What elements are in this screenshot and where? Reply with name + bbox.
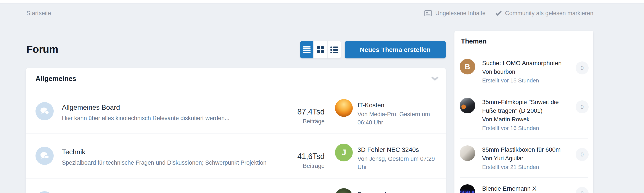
topic-info: Suche: LOMO Anamorphoten Von bourbon Ers… <box>482 59 573 85</box>
last-post-meta: Von Media-Pro, Gestern um 06:40 Uhr <box>358 110 438 126</box>
view-toggle-group <box>300 41 341 58</box>
avatar-letter: B <box>465 62 470 71</box>
reply-count-badge: 0 <box>576 187 588 193</box>
chat-bubbles-icon <box>40 152 50 160</box>
topic-author: Von bourbon <box>482 68 573 76</box>
forum-description: Hier kann über alles kinotechnisch Relev… <box>62 115 281 122</box>
reply-count-badge: 0 <box>576 100 588 114</box>
topic-author: Von Martin Rowek <box>482 115 573 124</box>
breadcrumb[interactable]: Startseite <box>26 10 51 17</box>
forum-info: Allgemeines Board Hier kann über alles k… <box>62 99 281 134</box>
topics-widget: Themen B Suche: LOMO Anamorphoten Von bo… <box>454 31 593 193</box>
new-topic-button[interactable]: Neues Thema erstellen <box>345 41 446 58</box>
topic-avatar[interactable]: B <box>460 59 475 74</box>
topic-created: Erstellt vor 15 Stunden <box>482 76 573 85</box>
topic-title-link[interactable]: Suche: LOMO Anamorphoten <box>482 59 570 68</box>
avatar-text: SCALA <box>460 190 475 193</box>
last-post-avatar[interactable]: J <box>335 144 353 162</box>
chat-bubbles-icon <box>40 107 50 116</box>
view-grid-button[interactable] <box>313 41 327 58</box>
avatar-letter: J <box>342 148 346 157</box>
forum-info <box>62 188 281 193</box>
post-count-label: Beiträge <box>281 118 324 125</box>
last-post-info: 3D Fehler NEC 3240s Von Jensg, Gestern u… <box>358 144 438 178</box>
topic-title-link[interactable]: 35mm-Filmkopie "Soweit die Füße tragen" … <box>482 98 570 115</box>
view-rows-button[interactable] <box>300 41 313 58</box>
forum-row-allgemeines-board[interactable]: Allgemeines Board Hier kann über alles k… <box>26 89 446 134</box>
topic-item[interactable]: 35mm Plastikboxen für 600m Von Yuri Agui… <box>454 139 593 178</box>
topic-item[interactable]: B Suche: LOMO Anamorphoten Von bourbon E… <box>454 52 593 91</box>
forum-description: Spezialboard für technische Fragen und D… <box>62 160 281 166</box>
newspaper-icon <box>424 10 432 16</box>
category-header: Allgemeines <box>26 68 446 89</box>
forum-card: Allgemeines Allgemeines Board Hier kann … <box>26 68 446 193</box>
forum-type-icon-circle <box>36 191 54 193</box>
post-count: 87,4Tsd <box>281 107 324 116</box>
last-post-meta: Von Jensg, Gestern um 07:29 Uhr <box>358 155 438 171</box>
forum-stats <box>281 188 324 193</box>
list-view-icon <box>330 46 338 53</box>
topbar-links: Ungelesene Inhalte Community als gelesen… <box>424 10 593 17</box>
forum-type-icon-circle <box>36 102 54 120</box>
topic-author: Von Yuri Aguilar <box>482 154 573 163</box>
topic-title-link[interactable]: 35mm Plastikboxen für 600m <box>482 146 570 154</box>
post-count: 41,6Tsd <box>281 152 324 161</box>
reply-count-badge: 0 <box>576 148 588 161</box>
topic-info: 35mm-Filmkopie "Soweit die Füße tragen" … <box>482 98 573 132</box>
forum-type-icon-circle <box>36 147 54 165</box>
unread-content-label: Ungelesene Inhalte <box>435 10 486 17</box>
last-post-title-link[interactable]: Essigsyndrom <box>358 191 438 193</box>
collapse-category-button[interactable] <box>432 76 438 81</box>
topic-item[interactable]: 35mm-Filmkopie "Soweit die Füße tragen" … <box>454 91 593 138</box>
topic-created: Erstellt vor 21 Stunden <box>482 163 573 171</box>
rows-view-icon <box>303 46 310 53</box>
last-post-info: Essigsyndrom <box>358 188 438 193</box>
forum-info: Technik Spezialboard für technische Frag… <box>62 144 281 178</box>
forum-stats: 41,6Tsd Beiträge <box>281 144 324 178</box>
forum-title-link[interactable]: Technik <box>62 148 281 156</box>
chevron-down-icon <box>432 76 438 81</box>
last-post-title-link[interactable]: IT-Kosten <box>358 102 438 109</box>
site-header-strip <box>0 0 644 4</box>
topics-widget-title: Themen <box>461 38 487 45</box>
check-icon <box>496 10 502 16</box>
topic-avatar[interactable] <box>460 146 475 161</box>
last-post-avatar[interactable] <box>335 188 353 193</box>
post-count-label: Beiträge <box>281 163 324 170</box>
last-post-title-link[interactable]: 3D Fehler NEC 3240s <box>358 146 438 154</box>
last-post-info: IT-Kosten Von Media-Pro, Gestern um 06:4… <box>358 99 438 134</box>
page-title: Forum <box>26 43 58 55</box>
breadcrumb-bar: Startseite Ungelesene Inhalte Community … <box>0 4 644 22</box>
reply-count-badge: 0 <box>576 62 588 74</box>
topic-created: Erstellt vor 16 Stunden <box>482 124 573 132</box>
forum-row-technik[interactable]: Technik Spezialboard für technische Frag… <box>26 134 446 178</box>
grid-view-icon <box>317 46 324 53</box>
topic-info: 35mm Plastikboxen für 600m Von Yuri Agui… <box>482 146 573 171</box>
unread-content-link[interactable]: Ungelesene Inhalte <box>424 10 486 17</box>
topic-avatar[interactable]: SCALA <box>460 184 475 193</box>
topic-info: Blende Ernemann X Von Ernemann <box>482 184 573 193</box>
view-list-button[interactable] <box>327 41 341 58</box>
category-title[interactable]: Allgemeines <box>36 75 76 83</box>
forum-row-partial[interactable]: Essigsyndrom <box>26 178 446 193</box>
forum-stats: 87,4Tsd Beiträge <box>281 99 324 134</box>
topic-item[interactable]: SCALA Blende Ernemann X Von Ernemann 0 <box>454 178 593 193</box>
forum-title-link[interactable]: Allgemeines Board <box>62 104 281 112</box>
topic-avatar[interactable] <box>460 98 475 114</box>
mark-read-label: Community als gelesen markieren <box>505 10 593 17</box>
topic-title-link[interactable]: Blende Ernemann X <box>482 184 570 193</box>
mark-read-link[interactable]: Community als gelesen markieren <box>496 10 593 17</box>
topics-widget-header: Themen <box>454 31 593 52</box>
last-post-avatar[interactable] <box>335 99 353 117</box>
